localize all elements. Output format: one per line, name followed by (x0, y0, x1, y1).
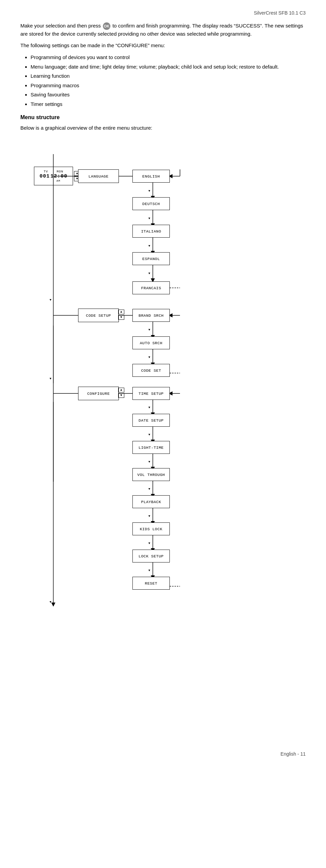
main-stem-arrow2: ▼ (50, 377, 51, 381)
arrow-down-4: ▼ (148, 272, 150, 275)
main-stem-arrow1: ▼ (50, 298, 51, 302)
italiano-box: ITALIANO (132, 225, 170, 238)
menu-diagram: TV MON 001 12:00 AM ▲ ▼ LANGUAGE ENGLISH… (34, 135, 217, 746)
list-item: Timer settings (31, 100, 306, 109)
arrow-down-2: ▼ (148, 217, 150, 220)
reset-box: RESET (132, 577, 170, 590)
vol-through-box: VOL THROUGH (132, 468, 170, 481)
tv-row3: AM (47, 179, 60, 182)
intro-para2: The following settings can be made in th… (20, 41, 306, 50)
arrow-down-6: ▼ (148, 356, 150, 359)
nav-icon2: ▲ (118, 310, 124, 314)
playback-box: PLAYBACK (132, 495, 170, 508)
list-item: Programming of devices you want to contr… (31, 53, 306, 62)
main-stem-arrow3: ▼ (50, 601, 51, 604)
menu-subtitle: Below is a graphical overview of the ent… (20, 124, 306, 132)
auto-srch-box: AUTO SRCH (132, 336, 170, 349)
espanol-box: ESPANOL (132, 252, 170, 265)
english-box: ENGLISH (132, 170, 170, 183)
nav-icon3: ▲ (118, 388, 124, 392)
arrow-down-12: ▼ (148, 542, 150, 545)
language-box: LANGUAGE (78, 169, 119, 183)
header-title: SilverCrest SFB 10.1 C3 (254, 10, 306, 16)
date-setup-box: DATE SETUP (132, 414, 170, 427)
kids-lock-box: KIDS LOCK (132, 522, 170, 535)
diagram-lines (34, 135, 214, 746)
ok-button-icon: OK (103, 22, 110, 30)
page-header: SilverCrest SFB 10.1 C3 (20, 10, 306, 16)
deutsch-box: DEUTSCH (132, 197, 170, 210)
list-item: Menu language; date and time; light dela… (31, 62, 306, 71)
svg-marker-45 (51, 603, 55, 607)
arrow-down-11: ▼ (148, 515, 150, 518)
arrow-down-10: ▼ (148, 487, 150, 491)
code-setup-box: CODE SETUP (78, 309, 119, 322)
arrow-down-13: ▼ (148, 569, 150, 572)
tv-row1: TV MON (44, 170, 64, 173)
section-title-menu: Menu structure (20, 114, 306, 121)
time-setup-box: TIME SETUP (132, 387, 170, 400)
arrow-down-7: ▼ (148, 406, 150, 409)
page-container: SilverCrest SFB 10.1 C3 Make your select… (0, 0, 326, 767)
light-time-box: LIGHT-TIME (132, 441, 170, 454)
list-item: Learning function (31, 72, 306, 80)
arrow-down-9: ▼ (148, 460, 150, 464)
exit-icon3: ▼ (118, 393, 124, 398)
arrow-down-1: ▼ (148, 189, 150, 193)
feature-list: Programming of devices you want to contr… (31, 53, 306, 108)
diagram-container: TV MON 001 12:00 AM ▲ ▼ LANGUAGE ENGLISH… (34, 135, 214, 746)
arrow-down-8: ▼ (148, 433, 150, 437)
exit-icon2: ▼ (118, 315, 124, 320)
francais-box: FRANCAIS (132, 281, 170, 294)
code-set-box: CODE SET (132, 364, 170, 377)
footer: English - 11 (280, 751, 306, 757)
configure-box: CONFIGURE (78, 387, 119, 400)
tv-row2: 001 12:00 (40, 173, 68, 179)
intro-para1: Make your selection and then press OK to… (20, 22, 306, 38)
arrow-down-3: ▼ (148, 244, 150, 248)
arrow-down-5: ▼ (148, 328, 150, 332)
brand-srch-box: BRAND SRCH (132, 309, 170, 322)
list-item: Saving favourites (31, 90, 306, 99)
tv-display-box: TV MON 001 12:00 AM (34, 167, 73, 185)
list-item: Programming macros (31, 81, 306, 90)
lock-setup-box: LOCK SETUP (132, 550, 170, 562)
footer-label: English - 11 (280, 751, 306, 757)
